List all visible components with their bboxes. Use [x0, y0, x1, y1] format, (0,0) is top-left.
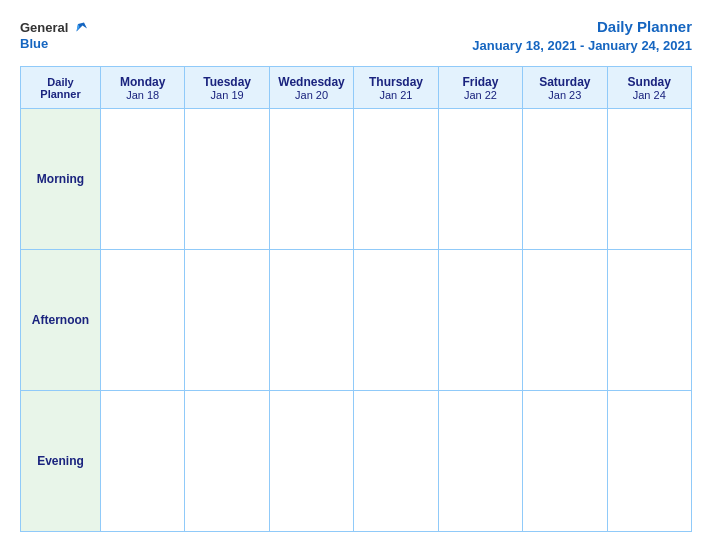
- morning-sunday[interactable]: [607, 109, 691, 250]
- saturday-name: Saturday: [525, 75, 604, 89]
- evening-thursday[interactable]: [354, 391, 438, 532]
- monday-date: Jan 18: [103, 89, 182, 101]
- evening-wednesday[interactable]: [269, 391, 353, 532]
- evening-monday[interactable]: [101, 391, 185, 532]
- wednesday-date: Jan 20: [272, 89, 351, 101]
- sunday-date: Jan 24: [610, 89, 689, 101]
- col-wednesday: Wednesday Jan 20: [269, 67, 353, 109]
- friday-date: Jan 22: [441, 89, 520, 101]
- page-header: General Blue Daily Planner January 18, 2…: [20, 18, 692, 54]
- morning-thursday[interactable]: [354, 109, 438, 250]
- title-area: Daily Planner January 18, 2021 - January…: [472, 18, 692, 54]
- afternoon-wednesday[interactable]: [269, 250, 353, 391]
- col-saturday: Saturday Jan 23: [523, 67, 607, 109]
- thursday-date: Jan 21: [356, 89, 435, 101]
- col-thursday: Thursday Jan 21: [354, 67, 438, 109]
- date-range: January 18, 2021 - January 24, 2021: [472, 38, 692, 53]
- morning-wednesday[interactable]: [269, 109, 353, 250]
- afternoon-tuesday[interactable]: [185, 250, 269, 391]
- col-monday: Monday Jan 18: [101, 67, 185, 109]
- monday-name: Monday: [103, 75, 182, 89]
- afternoon-thursday[interactable]: [354, 250, 438, 391]
- afternoon-saturday[interactable]: [523, 250, 607, 391]
- planner-title: Daily Planner: [597, 18, 692, 35]
- col-sunday: Sunday Jan 24: [607, 67, 691, 109]
- evening-friday[interactable]: [438, 391, 522, 532]
- logo-blue-text: Blue: [20, 36, 48, 51]
- evening-saturday[interactable]: [523, 391, 607, 532]
- table-header-label: DailyPlanner: [21, 67, 101, 109]
- row-morning: Morning: [21, 109, 692, 250]
- morning-saturday[interactable]: [523, 109, 607, 250]
- evening-sunday[interactable]: [607, 391, 691, 532]
- col-tuesday: Tuesday Jan 19: [185, 67, 269, 109]
- afternoon-label: Afternoon: [21, 250, 101, 391]
- logo-area: General Blue: [20, 18, 90, 51]
- saturday-date: Jan 23: [525, 89, 604, 101]
- thursday-name: Thursday: [356, 75, 435, 89]
- wednesday-name: Wednesday: [272, 75, 351, 89]
- logo: General: [20, 18, 90, 36]
- col-friday: Friday Jan 22: [438, 67, 522, 109]
- tuesday-name: Tuesday: [187, 75, 266, 89]
- daily-planner-header: DailyPlanner: [40, 76, 80, 100]
- logo-general-text: General: [20, 20, 68, 35]
- row-afternoon: Afternoon: [21, 250, 692, 391]
- row-evening: Evening: [21, 391, 692, 532]
- morning-label: Morning: [21, 109, 101, 250]
- tuesday-date: Jan 19: [187, 89, 266, 101]
- morning-friday[interactable]: [438, 109, 522, 250]
- evening-tuesday[interactable]: [185, 391, 269, 532]
- afternoon-monday[interactable]: [101, 250, 185, 391]
- morning-monday[interactable]: [101, 109, 185, 250]
- evening-label: Evening: [21, 391, 101, 532]
- afternoon-friday[interactable]: [438, 250, 522, 391]
- friday-name: Friday: [441, 75, 520, 89]
- calendar-table: DailyPlanner Monday Jan 18 Tuesday Jan 1…: [20, 66, 692, 532]
- afternoon-sunday[interactable]: [607, 250, 691, 391]
- logo-bird-icon: [72, 18, 90, 36]
- morning-tuesday[interactable]: [185, 109, 269, 250]
- sunday-name: Sunday: [610, 75, 689, 89]
